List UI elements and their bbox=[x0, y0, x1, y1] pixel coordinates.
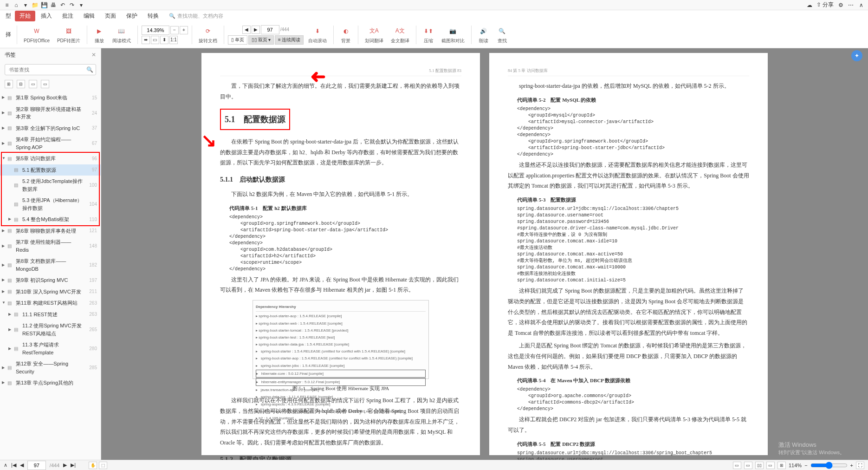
undo-icon[interactable]: ↶ bbox=[59, 2, 66, 8]
expand-arrow-icon[interactable]: ▶ bbox=[2, 110, 7, 116]
bookmark-item[interactable]: ▼▤第5章 访问数据库96 bbox=[0, 153, 101, 164]
bookmark-item[interactable]: ▶▤第6章 聊聊数据库事务处理121 bbox=[0, 225, 101, 237]
bookmark-item[interactable]: ▼▤第11章 构建REST风格网站263 bbox=[0, 297, 101, 309]
bookmark-item[interactable]: ▶▤第13章 学点Spring其他的 bbox=[0, 377, 101, 389]
expand-arrow-icon[interactable]: ▶ bbox=[2, 95, 7, 100]
pdf-to-office-button[interactable]: W PDF转Office bbox=[21, 26, 52, 44]
bookmark-item[interactable]: ▶▤第8章 文档数据库——MongoDB182 bbox=[0, 255, 101, 274]
search-icon[interactable]: 🔍 bbox=[86, 66, 93, 73]
zoom-in-button[interactable]: + bbox=[180, 26, 188, 34]
menu-type-icon[interactable]: 型 bbox=[3, 11, 14, 21]
prev-page-button[interactable]: ◀ bbox=[20, 462, 24, 468]
open-icon[interactable]: 📁 bbox=[32, 2, 38, 8]
view-mode-1[interactable]: ▭ bbox=[733, 462, 741, 469]
bookmark-item[interactable]: ▶▤11.2 使用Spring MVC开发REST风格端点265 bbox=[0, 320, 101, 339]
menu-edit[interactable]: 编辑 bbox=[79, 11, 99, 21]
expand-arrow-icon[interactable]: ▼ bbox=[2, 300, 7, 306]
bookmark-search-input[interactable] bbox=[5, 64, 96, 75]
bookmark-item[interactable]: ▶▤第10章 深入Spring MVC开发211 bbox=[0, 286, 101, 298]
menu-protect[interactable]: 保护 bbox=[122, 11, 142, 21]
rotate-button[interactable]: ⟳ 旋转文档 bbox=[196, 26, 220, 44]
app-menu-icon[interactable]: ≡ bbox=[4, 2, 10, 8]
menu-start[interactable]: 开始 bbox=[15, 11, 35, 21]
next-page-button[interactable]: ▶ bbox=[252, 26, 260, 34]
select-tool[interactable]: 择 bbox=[4, 29, 13, 40]
bookmark-item[interactable]: ▶▤第1章 Spring Boot来临15 bbox=[0, 92, 101, 104]
status-page-input[interactable] bbox=[27, 461, 46, 470]
screenshot-button[interactable]: 📷 截图和对比 bbox=[439, 26, 467, 44]
bookmark-item[interactable]: ▶▤11.3 客户端请求RestTemplate280 bbox=[0, 339, 101, 358]
auto-scroll-button[interactable]: ⬇ 自动滚动 bbox=[305, 26, 330, 44]
fit-width-button[interactable]: ⬌ bbox=[142, 36, 150, 44]
expand-arrow-icon[interactable]: ▶ bbox=[8, 346, 14, 352]
last-page-button[interactable]: ▶| bbox=[71, 462, 76, 468]
save-icon[interactable]: 💾 bbox=[41, 2, 47, 8]
pdf-to-pic-button[interactable]: 🖼 PDF转图片 bbox=[54, 26, 83, 44]
bookmark-item[interactable]: ▶▤第9章 初识Spring MVC197 bbox=[0, 274, 101, 286]
bookmark-tool-4[interactable]: ▭ bbox=[41, 80, 49, 88]
bookmark-item[interactable]: ▶▤第4章 开始约定编程——Spring AOP67 bbox=[0, 134, 101, 153]
fullscreen-button[interactable]: ⛶ bbox=[856, 462, 864, 469]
expand-arrow-icon[interactable]: ▶ bbox=[2, 243, 7, 249]
share-button[interactable]: ⇧ 分享 bbox=[816, 1, 834, 9]
bookmark-item[interactable]: ▤5.3 使用JPA（Hibernate）操作数据104 bbox=[0, 195, 101, 214]
view-mode-5[interactable]: ⊞ bbox=[777, 462, 786, 469]
zoom-slider[interactable] bbox=[810, 462, 848, 469]
menu-annotate[interactable]: 批注 bbox=[58, 11, 78, 21]
collapse-all-button[interactable]: ⊟ bbox=[17, 80, 25, 88]
zoom-out-button[interactable]: − bbox=[170, 26, 179, 34]
expand-arrow-icon[interactable]: ▶ bbox=[2, 277, 7, 283]
bookmark-tool-3[interactable]: ▭ bbox=[29, 80, 37, 88]
first-page-button[interactable]: |◀ bbox=[11, 462, 16, 468]
new-icon[interactable]: ▾ bbox=[22, 2, 29, 8]
double-page-button[interactable]: ▯▯双页▾ bbox=[248, 35, 274, 45]
bookmark-item[interactable]: ▶▤第2章 聊聊开发环境搭建和基本开发24 bbox=[0, 104, 101, 123]
next-page-button[interactable]: ▶ bbox=[63, 462, 67, 468]
bookmark-item[interactable]: ▶▤第3章 全注解下的Spring IoC37 bbox=[0, 123, 101, 134]
bookmark-item[interactable]: ▤5.1 配置数据源97 bbox=[0, 164, 101, 176]
status-tool-1[interactable]: ∧ bbox=[4, 462, 7, 468]
read-mode-button[interactable]: 📖 阅读模式 bbox=[110, 26, 134, 44]
read-aloud-button[interactable]: 🔊 朗读 bbox=[475, 26, 492, 44]
full-translate-button[interactable]: A文 全文翻译 bbox=[388, 26, 412, 44]
sidebar-close-button[interactable]: ✕ bbox=[91, 52, 96, 58]
page-input[interactable] bbox=[261, 25, 279, 34]
home-icon[interactable]: ⌂ bbox=[13, 2, 19, 8]
settings-icon[interactable]: ⚙ bbox=[837, 2, 844, 8]
prev-page-button[interactable]: ◀ bbox=[242, 26, 251, 34]
bookmark-item[interactable]: ▶▤11.1 REST简述263 bbox=[0, 309, 101, 320]
select-tool-button[interactable]: ⬚ bbox=[99, 462, 107, 469]
word-translate-button[interactable]: 文A 划词翻译 bbox=[362, 26, 386, 44]
document-view[interactable]: ↘ ➜ 5.1 配置数据源 83 置，下面我们来了解这方面的细节。在此之前，我们… bbox=[101, 48, 868, 460]
view-mode-3[interactable]: ▯▯ bbox=[755, 462, 764, 469]
hand-tool-button[interactable]: ✋ bbox=[89, 462, 97, 469]
menu-page[interactable]: 页面 bbox=[100, 11, 121, 21]
view-mode-4[interactable]: ▭ bbox=[766, 462, 775, 469]
expand-arrow-icon[interactable]: ▶ bbox=[2, 380, 7, 385]
menu-convert[interactable]: 转换 bbox=[143, 11, 163, 21]
play-button[interactable]: ▶ 播放 bbox=[91, 26, 108, 44]
bookmark-item[interactable]: ▶▤5.4 整合MyBatis框架110 bbox=[0, 214, 101, 225]
bookmark-item[interactable]: ▤5.2 使用JdbcTemplate操作数据库100 bbox=[0, 176, 101, 195]
expand-arrow-icon[interactable]: ▶ bbox=[2, 228, 7, 234]
zoom-in-status[interactable]: + bbox=[850, 463, 853, 468]
cloud-icon[interactable]: ☁ bbox=[806, 2, 813, 8]
more-icon[interactable]: ⋯ bbox=[848, 2, 854, 8]
background-button[interactable]: ◐ 背景 bbox=[337, 26, 354, 44]
expand-arrow-icon[interactable]: ▶ bbox=[2, 141, 7, 146]
expand-arrow-icon[interactable]: ▶ bbox=[2, 125, 7, 131]
expand-arrow-icon[interactable]: ▶ bbox=[8, 312, 14, 317]
expand-arrow-icon[interactable]: ▶ bbox=[2, 262, 7, 268]
menu-search[interactable]: 🔍 查找功能、文档内容 bbox=[169, 13, 223, 20]
expand-arrow-icon[interactable]: ▶ bbox=[8, 216, 14, 222]
expand-arrow-icon[interactable]: ▼ bbox=[2, 156, 7, 161]
fit-height-button[interactable]: ⬍ bbox=[160, 36, 168, 44]
compress-button[interactable]: ⬇⬆ 压缩 bbox=[420, 26, 437, 44]
expand-arrow-icon[interactable]: ▶ bbox=[8, 327, 14, 333]
zoom-out-status[interactable]: − bbox=[804, 463, 807, 468]
zoom-input[interactable] bbox=[142, 26, 169, 35]
continuous-button[interactable]: ≡连续阅读 bbox=[275, 35, 304, 45]
print-icon[interactable]: 🖶 bbox=[50, 2, 57, 8]
actual-size-button[interactable]: 1:1 bbox=[169, 36, 178, 44]
redo-icon[interactable]: ↷ bbox=[69, 2, 75, 8]
